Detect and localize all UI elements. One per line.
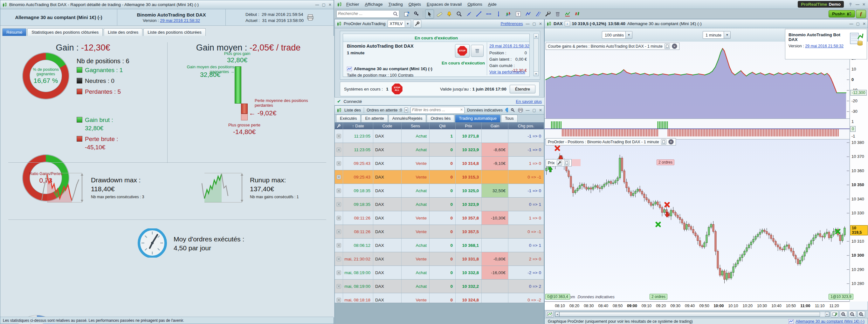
order-row[interactable]: 30 mai, 08:19:00DAXAchat010 332,8-16,00€… xyxy=(335,266,544,280)
detach-pane-icon[interactable] xyxy=(564,160,569,165)
minimize-icon[interactable]: — xyxy=(526,22,530,26)
print-icon[interactable] xyxy=(307,14,314,21)
order-row[interactable]: 09:25:43DAXVente010 315,30 => -1 xyxy=(335,170,544,184)
col-sens[interactable]: Sens xyxy=(402,122,430,129)
pattern-candles-icon[interactable] xyxy=(573,9,582,19)
tab-liste-des-positions-clôturées[interactable]: Liste des positions clôturées xyxy=(144,28,206,36)
vertical-line-icon[interactable] xyxy=(494,9,503,19)
zoom-tool-icon[interactable] xyxy=(455,9,464,19)
order-row[interactable]: 08:06:12DAXAchat010 368,10 => 1 xyxy=(335,238,544,252)
zoom-in-icon[interactable] xyxy=(858,311,865,318)
tools-wrench-icon[interactable] xyxy=(544,9,552,19)
pin-icon[interactable] xyxy=(848,2,853,7)
order-row[interactable]: 11:23:05DAXAchat110 271,8-1 => 0 xyxy=(335,129,544,143)
stop-all-button[interactable]: STOP ALL xyxy=(392,84,403,94)
delete-system-button[interactable] xyxy=(471,45,484,57)
cursor-tool-icon[interactable] xyxy=(425,9,434,19)
order-row[interactable]: 11:23:05DAXAchat010 323,9-8,60€-1 => 0 xyxy=(335,143,544,157)
parallel-lines-icon[interactable] xyxy=(533,9,542,19)
maximize-icon[interactable]: ▢ xyxy=(856,22,860,26)
zoom-out-icon[interactable] xyxy=(848,311,856,318)
brand-badge[interactable]: ProRealTimeDemo xyxy=(798,1,844,8)
flash-function-icon[interactable]: ƒ xyxy=(856,10,866,18)
minimize-icon[interactable]: — xyxy=(849,22,854,26)
minimize-icon[interactable]: — xyxy=(315,3,319,7)
trash-icon[interactable] xyxy=(553,9,562,19)
clear-filter-icon[interactable]: ✕ xyxy=(460,108,463,112)
tab-statistiques-des-positions-clôturées[interactable]: Statistiques des positions clôturées xyxy=(27,28,103,36)
report-shortcut-icon[interactable] xyxy=(849,32,864,46)
minimize-icon[interactable]: — xyxy=(526,108,530,112)
col-chgpos[interactable]: Chg pos. xyxy=(508,122,544,129)
maximize-icon[interactable]: ▢ xyxy=(533,108,536,112)
orders-tab-annulés-rejetés[interactable]: Annulés/Rejetés xyxy=(389,115,426,122)
version-date-link[interactable]: 29 mai 2016 21:58:32 xyxy=(160,18,200,23)
horizontal-line-icon[interactable] xyxy=(484,9,493,19)
maximize-icon[interactable]: ▢ xyxy=(322,3,326,7)
point-marker-icon[interactable] xyxy=(465,9,473,19)
indicative-balloon-icon[interactable] xyxy=(505,108,508,112)
proorder-settings-icon[interactable] xyxy=(413,20,421,28)
col-gain[interactable]: Gain xyxy=(482,122,508,129)
pane-settings-icon[interactable] xyxy=(557,160,562,165)
text-tool-icon[interactable]: T xyxy=(514,9,523,19)
order-row[interactable]: 08:11:26DAXVente010 357,8-10,30€1 => 0 xyxy=(335,211,544,225)
chart-mode-icon[interactable] xyxy=(546,311,554,318)
chart-settings-icon[interactable] xyxy=(831,311,838,318)
maximize-icon[interactable]: ▢ xyxy=(533,22,536,26)
detach-pane-icon[interactable] xyxy=(661,139,666,144)
menu-trading[interactable]: Trading xyxy=(386,1,406,8)
account-select[interactable]: XTRLV▼ xyxy=(388,20,411,28)
info-icon[interactable]: i xyxy=(565,21,570,26)
trendline-icon[interactable] xyxy=(474,9,483,19)
orders-tab-tous[interactable]: Tous xyxy=(501,115,517,122)
col-prix[interactable]: Prix xyxy=(456,122,482,129)
header-wrench-icon[interactable] xyxy=(335,122,343,129)
performance-link[interactable]: Voir la performance xyxy=(489,70,525,74)
orders-tab-exécutés[interactable]: Exécutés xyxy=(336,115,361,122)
chart-instrument-link[interactable]: Allemagne 30 au comptant (Mini 1€) (-) xyxy=(796,319,865,324)
order-row[interactable]: 30 mai, 21:30:02DAXVente010 331,8-0,80€2… xyxy=(335,252,544,266)
units-select[interactable]: 100 unités▼ xyxy=(602,31,632,39)
menu-objets[interactable]: Objets xyxy=(406,1,424,8)
stop-system-button[interactable]: STOP xyxy=(455,44,470,58)
close-icon[interactable]: ✕ xyxy=(863,22,866,26)
close-icon[interactable]: ✕ xyxy=(539,22,542,26)
menu-fichier[interactable]: Fichier xyxy=(343,1,362,8)
close-icon[interactable]: ✕ xyxy=(329,3,332,7)
close-icon[interactable]: ✕ xyxy=(862,2,865,7)
tab-résumé[interactable]: Résumé xyxy=(2,28,26,36)
close-icon[interactable]: ✕ xyxy=(539,108,542,112)
key-icon[interactable] xyxy=(412,9,421,19)
search-input[interactable] xyxy=(337,10,393,17)
order-row[interactable]: 08:11:26DAXVente010 357,50 => -1 xyxy=(335,225,544,238)
orders-tab-trading-automatique[interactable]: Trading automatique xyxy=(455,115,500,122)
col-code[interactable]: Code xyxy=(373,122,402,129)
learn-more-link[interactable]: En savoir plus xyxy=(516,99,542,104)
zigzag-tool-icon[interactable] xyxy=(524,9,533,19)
extend-button[interactable]: Étendre xyxy=(510,85,535,93)
close-pane-icon[interactable]: ✕ xyxy=(668,139,674,144)
alert-bell-icon[interactable] xyxy=(445,9,454,19)
horizontal-scrollbar[interactable]: ◄ ► xyxy=(555,312,830,317)
zoom-fit-icon[interactable] xyxy=(840,311,847,318)
order-row[interactable]: 30 mai, 08:19:00DAXAchat010 332,20 => 2 xyxy=(335,280,544,293)
orders-tab-ordres-liés[interactable]: Ordres liés xyxy=(427,115,454,122)
system-start-link[interactable]: 29 mai 2016 21:58:32 xyxy=(489,43,529,48)
preferences-link[interactable]: Préférences xyxy=(501,21,523,26)
vertical-scrollbar[interactable]: ▲ ▼ xyxy=(533,34,538,76)
indicator-green-icon[interactable] xyxy=(563,9,572,19)
orders-count-badge[interactable]: 2 ordres xyxy=(657,159,674,165)
orders-filter-input[interactable] xyxy=(411,107,464,113)
menu-aide[interactable]: Aide xyxy=(485,1,499,8)
menu-options[interactable]: Options xyxy=(465,1,485,8)
new-workspace-icon[interactable] xyxy=(402,9,411,19)
close-pane-icon[interactable]: ✕ xyxy=(672,43,677,49)
col-date[interactable]: ↑ Date xyxy=(343,122,373,129)
timeframe-select[interactable]: 1 minute▼ xyxy=(703,31,731,39)
candlestick-tool-icon[interactable] xyxy=(504,9,513,19)
key-icon[interactable] xyxy=(510,108,515,112)
order-row[interactable]: 09:25:43DAXVente010 314,8-9,10€1 => 0 xyxy=(335,157,544,170)
col-qt[interactable]: Qté xyxy=(430,122,456,129)
print-icon[interactable] xyxy=(518,108,523,112)
